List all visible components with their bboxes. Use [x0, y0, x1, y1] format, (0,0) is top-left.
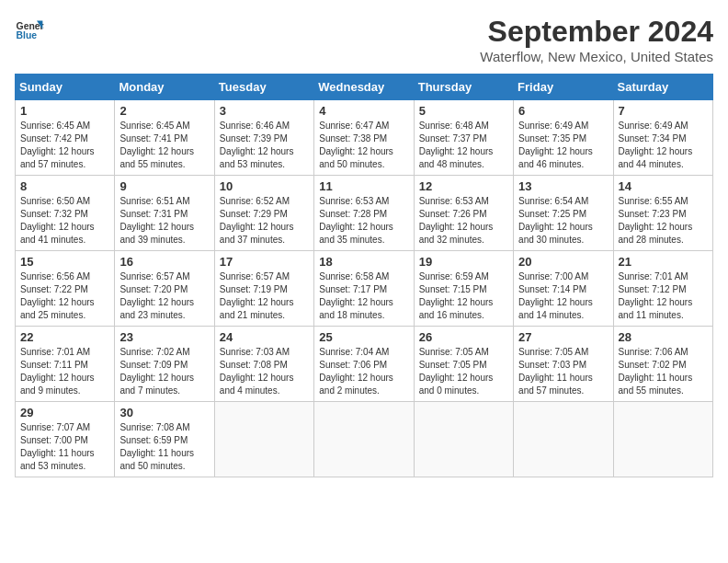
cell-content: Sunrise: 7:06 AMSunset: 7:02 PMDaylight:…: [619, 346, 708, 397]
cell-content: Sunrise: 6:54 AMSunset: 7:25 PMDaylight:…: [518, 195, 608, 247]
cell-content: Sunrise: 6:56 AMSunset: 7:22 PMDaylight:…: [20, 270, 109, 322]
cell-content: Sunrise: 6:51 AMSunset: 7:31 PMDaylight:…: [119, 195, 209, 247]
cell-content: Sunrise: 7:03 AMSunset: 7:08 PMDaylight:…: [220, 346, 309, 397]
cell-content: Sunrise: 6:58 AMSunset: 7:17 PMDaylight:…: [319, 270, 408, 322]
column-header-tuesday: Tuesday: [214, 75, 313, 100]
day-number: 22: [20, 330, 109, 344]
calendar-cell: 11Sunrise: 6:53 AMSunset: 7:28 PMDayligh…: [314, 176, 414, 251]
cell-content: Sunrise: 6:50 AMSunset: 7:32 PMDaylight:…: [20, 195, 109, 247]
cell-content: Sunrise: 6:45 AMSunset: 7:41 PMDaylight:…: [119, 120, 209, 171]
calendar-cell: 14Sunrise: 6:55 AMSunset: 7:23 PMDayligh…: [613, 176, 712, 251]
calendar-cell: 5Sunrise: 6:48 AMSunset: 7:37 PMDaylight…: [414, 100, 513, 176]
day-number: 30: [119, 406, 209, 419]
day-number: 11: [319, 179, 408, 193]
day-number: 9: [119, 179, 209, 193]
cell-content: Sunrise: 6:57 AMSunset: 7:19 PMDaylight:…: [220, 270, 309, 322]
day-number: 5: [419, 104, 508, 118]
cell-content: Sunrise: 6:49 AMSunset: 7:34 PMDaylight:…: [619, 120, 708, 171]
calendar-cell: 28Sunrise: 7:06 AMSunset: 7:02 PMDayligh…: [613, 327, 712, 402]
svg-text:Blue: Blue: [17, 30, 38, 40]
calendar-cell: 7Sunrise: 6:49 AMSunset: 7:34 PMDaylight…: [613, 100, 712, 176]
logo-icon: General Blue: [15, 15, 44, 44]
header: General Blue September 2024 Waterflow, N…: [15, 15, 713, 64]
calendar-cell: 3Sunrise: 6:46 AMSunset: 7:39 PMDaylight…: [214, 100, 313, 176]
cell-content: Sunrise: 6:53 AMSunset: 7:26 PMDaylight:…: [419, 195, 508, 247]
calendar-cell: 10Sunrise: 6:52 AMSunset: 7:29 PMDayligh…: [214, 176, 313, 251]
calendar-cell: 15Sunrise: 6:56 AMSunset: 7:22 PMDayligh…: [16, 251, 115, 327]
cell-content: Sunrise: 7:05 AMSunset: 7:03 PMDaylight:…: [518, 346, 608, 397]
day-number: 18: [319, 255, 408, 269]
calendar-cell: 16Sunrise: 6:57 AMSunset: 7:20 PMDayligh…: [115, 251, 214, 327]
day-number: 10: [220, 179, 309, 193]
day-number: 19: [419, 255, 508, 269]
calendar-cell: 8Sunrise: 6:50 AMSunset: 7:32 PMDaylight…: [16, 176, 115, 251]
calendar-cell: 24Sunrise: 7:03 AMSunset: 7:08 PMDayligh…: [214, 327, 313, 402]
day-number: 25: [319, 330, 408, 344]
cell-content: Sunrise: 6:46 AMSunset: 7:39 PMDaylight:…: [220, 120, 309, 171]
day-number: 2: [119, 104, 209, 118]
month-title: September 2024: [480, 15, 713, 49]
day-number: 16: [119, 255, 209, 269]
calendar-cell: 6Sunrise: 6:49 AMSunset: 7:35 PMDaylight…: [514, 100, 613, 176]
calendar-cell: 19Sunrise: 6:59 AMSunset: 7:15 PMDayligh…: [414, 251, 513, 327]
day-number: 17: [220, 255, 309, 269]
calendar-table: SundayMondayTuesdayWednesdayThursdayFrid…: [15, 74, 713, 477]
column-header-saturday: Saturday: [613, 75, 712, 100]
calendar-cell: 25Sunrise: 7:04 AMSunset: 7:06 PMDayligh…: [314, 327, 414, 402]
calendar-cell: [314, 402, 414, 477]
cell-content: Sunrise: 6:48 AMSunset: 7:37 PMDaylight:…: [419, 120, 508, 171]
calendar-cell: 30Sunrise: 7:08 AMSunset: 6:59 PMDayligh…: [115, 402, 214, 477]
cell-content: Sunrise: 7:04 AMSunset: 7:06 PMDaylight:…: [319, 346, 408, 397]
calendar-cell: 12Sunrise: 6:53 AMSunset: 7:26 PMDayligh…: [414, 176, 513, 251]
calendar-cell: 20Sunrise: 7:00 AMSunset: 7:14 PMDayligh…: [514, 251, 613, 327]
day-number: 26: [419, 330, 508, 344]
calendar-cell: 23Sunrise: 7:02 AMSunset: 7:09 PMDayligh…: [115, 327, 214, 402]
calendar-cell: 17Sunrise: 6:57 AMSunset: 7:19 PMDayligh…: [214, 251, 313, 327]
calendar-cell: 4Sunrise: 6:47 AMSunset: 7:38 PMDaylight…: [314, 100, 414, 176]
column-header-friday: Friday: [514, 75, 613, 100]
cell-content: Sunrise: 7:02 AMSunset: 7:09 PMDaylight:…: [119, 346, 209, 397]
cell-content: Sunrise: 6:53 AMSunset: 7:28 PMDaylight:…: [319, 195, 408, 247]
day-number: 21: [619, 255, 708, 269]
day-number: 13: [518, 179, 608, 193]
cell-content: Sunrise: 6:55 AMSunset: 7:23 PMDaylight:…: [619, 195, 708, 247]
cell-content: Sunrise: 6:45 AMSunset: 7:42 PMDaylight:…: [20, 120, 109, 171]
calendar-cell: [414, 402, 513, 477]
calendar-cell: 9Sunrise: 6:51 AMSunset: 7:31 PMDaylight…: [115, 176, 214, 251]
cell-content: Sunrise: 6:47 AMSunset: 7:38 PMDaylight:…: [319, 120, 408, 171]
calendar-cell: 29Sunrise: 7:07 AMSunset: 7:00 PMDayligh…: [16, 402, 115, 477]
calendar-cell: 13Sunrise: 6:54 AMSunset: 7:25 PMDayligh…: [514, 176, 613, 251]
logo: General Blue: [15, 15, 44, 44]
location: Waterflow, New Mexico, United States: [480, 49, 713, 64]
day-number: 23: [119, 330, 209, 344]
day-number: 1: [20, 104, 109, 118]
cell-content: Sunrise: 6:59 AMSunset: 7:15 PMDaylight:…: [419, 270, 508, 322]
cell-content: Sunrise: 7:01 AMSunset: 7:11 PMDaylight:…: [20, 346, 109, 397]
day-number: 14: [619, 179, 708, 193]
column-header-thursday: Thursday: [414, 75, 513, 100]
calendar-cell: 21Sunrise: 7:01 AMSunset: 7:12 PMDayligh…: [613, 251, 712, 327]
day-number: 3: [220, 104, 309, 118]
day-number: 15: [20, 255, 109, 269]
calendar-cell: 1Sunrise: 6:45 AMSunset: 7:42 PMDaylight…: [16, 100, 115, 176]
calendar-cell: 26Sunrise: 7:05 AMSunset: 7:05 PMDayligh…: [414, 327, 513, 402]
day-number: 20: [518, 255, 608, 269]
calendar-cell: [514, 402, 613, 477]
cell-content: Sunrise: 7:05 AMSunset: 7:05 PMDaylight:…: [419, 346, 508, 397]
day-number: 29: [20, 406, 109, 419]
calendar-cell: 27Sunrise: 7:05 AMSunset: 7:03 PMDayligh…: [514, 327, 613, 402]
calendar-week-3: 15Sunrise: 6:56 AMSunset: 7:22 PMDayligh…: [16, 251, 713, 327]
calendar-week-2: 8Sunrise: 6:50 AMSunset: 7:32 PMDaylight…: [16, 176, 713, 251]
day-number: 28: [619, 330, 708, 344]
column-header-wednesday: Wednesday: [314, 75, 414, 100]
cell-content: Sunrise: 7:08 AMSunset: 6:59 PMDaylight:…: [119, 421, 209, 473]
calendar-cell: 22Sunrise: 7:01 AMSunset: 7:11 PMDayligh…: [16, 327, 115, 402]
day-number: 12: [419, 179, 508, 193]
calendar-cell: [214, 402, 313, 477]
day-number: 7: [619, 104, 708, 118]
day-number: 24: [220, 330, 309, 344]
title-area: September 2024 Waterflow, New Mexico, Un…: [480, 15, 713, 64]
cell-content: Sunrise: 6:52 AMSunset: 7:29 PMDaylight:…: [220, 195, 309, 247]
cell-content: Sunrise: 6:57 AMSunset: 7:20 PMDaylight:…: [119, 270, 209, 322]
calendar-cell: 2Sunrise: 6:45 AMSunset: 7:41 PMDaylight…: [115, 100, 214, 176]
